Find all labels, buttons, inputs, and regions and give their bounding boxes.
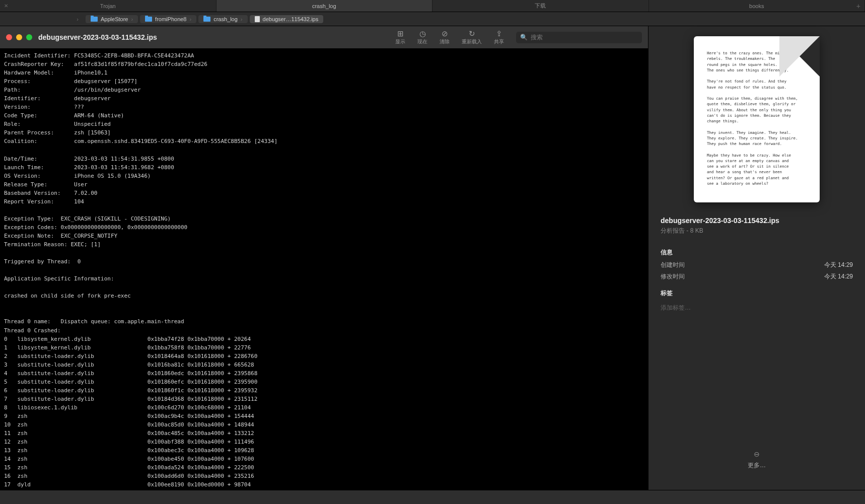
clock-icon: ◷ <box>419 29 426 38</box>
window-tab-crashlog[interactable]: crash_log <box>217 0 433 12</box>
console-body[interactable]: Incident Identifier: FC53485C-2EFB-4BBD-… <box>0 48 648 490</box>
search-input[interactable]: 🔍 搜索 <box>516 32 642 43</box>
search-placeholder: 搜索 <box>531 33 543 42</box>
search-icon: 🔍 <box>520 34 528 41</box>
path-label: AppleStore <box>101 16 128 22</box>
footer-bar <box>0 490 865 504</box>
toolbar-label: 显示 <box>395 38 405 45</box>
path-label: crash_log <box>213 16 238 22</box>
tab-label: 下载 <box>535 2 546 10</box>
toolbar-label: 共享 <box>494 38 504 45</box>
path-label: debugser…115432.ips <box>263 16 319 22</box>
info-section-label: 信息 <box>661 248 853 257</box>
tab-label: Trojan <box>100 3 116 9</box>
now-button[interactable]: ◷ 现在 <box>411 29 434 45</box>
close-icon[interactable]: ✕ <box>4 3 8 9</box>
toolbar-label: 现在 <box>417 38 427 45</box>
toolbar-label: 重新载入 <box>462 38 482 45</box>
path-label: fromiPhone8 <box>155 16 186 22</box>
inspector-panel: Here's to the crazy ones. The misfits. T… <box>648 26 865 490</box>
folder-icon <box>91 17 98 22</box>
inspector-subtitle: 分析报告 - 8 KB <box>661 227 853 235</box>
path-segment-root[interactable]: › <box>3 15 84 23</box>
toolbar-label: 清除 <box>440 38 450 45</box>
chevron-right-icon: › <box>189 16 191 22</box>
tags-section-label: 标签 <box>661 289 853 298</box>
window-tab-trojan[interactable]: ✕ Trojan <box>0 0 217 12</box>
file-icon <box>255 16 260 22</box>
window-tab-downloads[interactable]: 下载 <box>432 0 649 12</box>
file-preview[interactable]: Here's to the crazy ones. The misfits. T… <box>694 36 820 202</box>
share-button[interactable]: ⇪ 共享 <box>488 29 510 45</box>
traffic-lights <box>6 34 32 40</box>
close-window-button[interactable] <box>6 34 12 40</box>
share-icon: ⇪ <box>496 29 502 38</box>
console-header: debugserver-2023-03-03-115432.ips ⊞ 显示 ◷… <box>0 26 648 48</box>
window-tab-books[interactable]: books + <box>649 0 866 12</box>
display-button[interactable]: ⊞ 显示 <box>389 29 411 45</box>
path-segment-file[interactable]: debugser…115432.ips <box>250 15 324 23</box>
inspector-filename: debugserver-2023-03-03-115432.ips <box>661 217 853 225</box>
folder-icon <box>145 17 152 22</box>
console-panel: debugserver-2023-03-03-115432.ips ⊞ 显示 ◷… <box>0 26 648 490</box>
toolbar: ⊞ 显示 ◷ 现在 ⊘ 清除 ↻ 重新载入 ⇪ 共享 <box>389 29 642 45</box>
modified-label: 修改时间 <box>661 272 685 281</box>
clear-icon: ⊘ <box>442 29 448 38</box>
tags-input[interactable]: 添加标签… <box>661 304 853 312</box>
tab-label: books <box>749 3 764 9</box>
more-area: ⊖ 更多… <box>661 450 853 480</box>
path-segment-crashlog[interactable]: crash_log › <box>198 15 247 23</box>
chevron-right-icon: › <box>131 16 133 22</box>
add-tab-icon[interactable]: + <box>856 2 860 10</box>
window-tabs: ✕ Trojan crash_log 下载 books + <box>0 0 865 12</box>
tab-label: crash_log <box>312 3 336 9</box>
more-icon[interactable]: ⊖ <box>661 450 853 458</box>
modified-row: 修改时间 今天 14:29 <box>661 272 853 281</box>
page-fold-icon <box>779 36 820 77</box>
created-row: 创建时间 今天 14:29 <box>661 261 853 269</box>
reload-button[interactable]: ↻ 重新载入 <box>456 29 488 45</box>
created-label: 创建时间 <box>661 261 685 269</box>
path-segment-fromiphone8[interactable]: fromiPhone8 › <box>140 15 196 23</box>
modified-value: 今天 14:29 <box>824 272 853 281</box>
more-button[interactable]: 更多… <box>661 461 853 470</box>
path-bar: › AppleStore › fromiPhone8 › crash_log ›… <box>0 12 865 26</box>
minimize-window-button[interactable] <box>16 34 22 40</box>
path-segment-applestore[interactable]: AppleStore › <box>86 15 138 23</box>
main-area: debugserver-2023-03-03-115432.ips ⊞ 显示 ◷… <box>0 26 865 490</box>
maximize-window-button[interactable] <box>26 34 32 40</box>
chevron-right-icon: › <box>241 16 243 22</box>
reload-icon: ↻ <box>469 29 475 38</box>
clear-button[interactable]: ⊘ 清除 <box>434 29 456 45</box>
chevron-right-icon: › <box>77 16 79 22</box>
created-value: 今天 14:29 <box>824 261 853 269</box>
console-title: debugserver-2023-03-03-115432.ips <box>38 33 157 41</box>
folder-icon <box>203 17 210 22</box>
display-icon: ⊞ <box>397 29 404 38</box>
